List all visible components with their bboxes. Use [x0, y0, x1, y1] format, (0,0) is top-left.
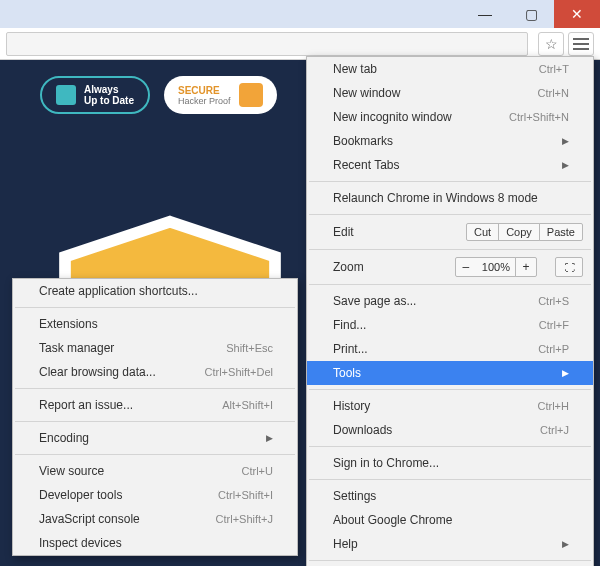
- zoom-out-button[interactable]: –: [455, 257, 477, 277]
- menu-history[interactable]: HistoryCtrl+H: [307, 394, 593, 418]
- zoom-value: 100%: [476, 257, 516, 277]
- zoom-label: Zoom: [333, 260, 446, 274]
- separator: [15, 307, 295, 308]
- separator: [309, 214, 591, 215]
- submenu-view-source[interactable]: View sourceCtrl+U: [13, 459, 297, 483]
- menu-relaunch-win8[interactable]: Relaunch Chrome in Windows 8 mode: [307, 186, 593, 210]
- menu-help[interactable]: Help▶: [307, 532, 593, 556]
- separator: [309, 181, 591, 182]
- menu-save-page[interactable]: Save page as...Ctrl+S: [307, 289, 593, 313]
- menu-find[interactable]: Find...Ctrl+F: [307, 313, 593, 337]
- menu-about[interactable]: About Google Chrome: [307, 508, 593, 532]
- separator: [15, 454, 295, 455]
- submenu-task-manager[interactable]: Task managerShift+Esc: [13, 336, 297, 360]
- separator: [15, 421, 295, 422]
- submenu-js-console[interactable]: JavaScript consoleCtrl+Shift+J: [13, 507, 297, 531]
- paste-button[interactable]: Paste: [539, 223, 583, 241]
- zoom-in-button[interactable]: +: [515, 257, 537, 277]
- menu-print[interactable]: Print...Ctrl+P: [307, 337, 593, 361]
- menu-incognito[interactable]: New incognito windowCtrl+Shift+N: [307, 105, 593, 129]
- hamburger-icon: [573, 38, 589, 50]
- menu-downloads[interactable]: DownloadsCtrl+J: [307, 418, 593, 442]
- chevron-right-icon: ▶: [254, 433, 273, 443]
- cut-button[interactable]: Cut: [466, 223, 499, 241]
- menu-recent-tabs[interactable]: Recent Tabs▶: [307, 153, 593, 177]
- chevron-right-icon: ▶: [550, 368, 569, 378]
- menu-bookmarks[interactable]: Bookmarks▶: [307, 129, 593, 153]
- copy-button[interactable]: Copy: [498, 223, 540, 241]
- menu-new-window[interactable]: New windowCtrl+N: [307, 81, 593, 105]
- menu-hamburger-button[interactable]: [568, 32, 594, 56]
- secure-badge: SECUREHacker Proof: [164, 76, 277, 114]
- submenu-extensions[interactable]: Extensions: [13, 312, 297, 336]
- separator: [309, 249, 591, 250]
- url-bar[interactable]: [6, 32, 528, 56]
- menu-zoom-row: Zoom – 100% + ⛶: [307, 254, 593, 280]
- badge1-line2: Up to Date: [84, 95, 134, 106]
- submenu-devtools[interactable]: Developer toolsCtrl+Shift+I: [13, 483, 297, 507]
- submenu-clear-data[interactable]: Clear browsing data...Ctrl+Shift+Del: [13, 360, 297, 384]
- menu-settings[interactable]: Settings: [307, 484, 593, 508]
- edit-label: Edit: [333, 225, 459, 239]
- window-minimize-button[interactable]: —: [462, 0, 508, 28]
- submenu-inspect-devices[interactable]: Inspect devices: [13, 531, 297, 555]
- menu-edit-row: Edit Cut Copy Paste: [307, 219, 593, 245]
- badge1-line1: Always: [84, 84, 118, 95]
- submenu-report-issue[interactable]: Report an issue...Alt+Shift+I: [13, 393, 297, 417]
- menu-signin[interactable]: Sign in to Chrome...: [307, 451, 593, 475]
- window-close-button[interactable]: ✕: [554, 0, 600, 28]
- always-uptodate-badge: AlwaysUp to Date: [40, 76, 150, 114]
- menu-tools[interactable]: Tools▶: [307, 361, 593, 385]
- separator: [309, 389, 591, 390]
- separator: [309, 446, 591, 447]
- chevron-right-icon: ▶: [550, 160, 569, 170]
- chevron-right-icon: ▶: [550, 539, 569, 549]
- chevron-right-icon: ▶: [550, 136, 569, 146]
- submenu-create-shortcuts[interactable]: Create application shortcuts...: [13, 279, 297, 303]
- window-titlebar: — ▢ ✕: [0, 0, 600, 28]
- tools-submenu: Create application shortcuts... Extensio…: [12, 278, 298, 556]
- separator: [309, 560, 591, 561]
- badge2-line2: Hacker Proof: [178, 96, 231, 106]
- calendar-icon: [56, 85, 76, 105]
- submenu-encoding[interactable]: Encoding▶: [13, 426, 297, 450]
- lock-icon: [239, 83, 263, 107]
- separator: [309, 479, 591, 480]
- separator: [15, 388, 295, 389]
- separator: [309, 284, 591, 285]
- window-maximize-button[interactable]: ▢: [508, 0, 554, 28]
- fullscreen-button[interactable]: ⛶: [555, 257, 583, 277]
- chrome-main-menu: New tabCtrl+T New windowCtrl+N New incog…: [306, 56, 594, 566]
- bookmark-star-button[interactable]: ☆: [538, 32, 564, 56]
- badge2-line1: SECURE: [178, 85, 220, 96]
- menu-new-tab[interactable]: New tabCtrl+T: [307, 57, 593, 81]
